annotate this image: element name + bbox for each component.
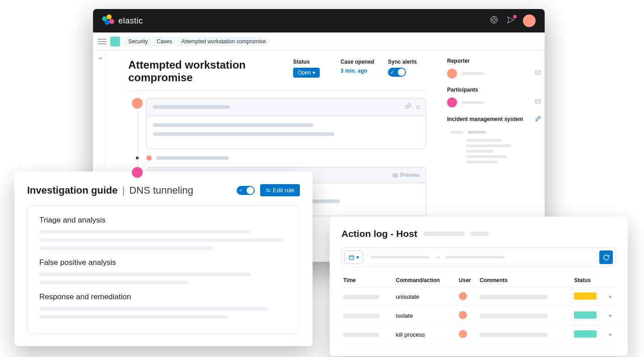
action-log-table: Time Command/action User Comments Status… xyxy=(341,274,616,344)
chevron-down-icon[interactable]: ▾ xyxy=(609,293,612,300)
status-badge xyxy=(574,330,597,338)
chevron-down-icon: ▾ xyxy=(356,254,359,260)
chevron-down-icon: ▾ xyxy=(313,70,315,76)
status-badge xyxy=(574,311,597,319)
chevron-down-icon[interactable]: ▾ xyxy=(609,331,612,338)
user-avatar[interactable] xyxy=(523,14,536,27)
svg-rect-8 xyxy=(536,100,541,103)
svg-point-9 xyxy=(266,189,267,190)
date-picker[interactable]: ▾ → xyxy=(341,247,616,267)
edit-icon[interactable] xyxy=(535,116,541,123)
status-badge xyxy=(574,292,597,300)
guide-toggle[interactable]: ✓ xyxy=(237,186,255,195)
crumb-cases[interactable]: Cases xyxy=(150,37,177,46)
timeline-avatar-1 xyxy=(132,98,143,109)
edit-rule-button[interactable]: Edit rule xyxy=(260,184,300,196)
guide-section-heading: Response and remediation xyxy=(39,292,288,301)
page-title: Attempted workstation compromise xyxy=(128,59,284,84)
guide-section-heading: False positive analysis xyxy=(39,258,288,267)
status-label: Status xyxy=(293,59,331,65)
logo[interactable]: elastic xyxy=(102,14,143,27)
elastic-logo-icon xyxy=(102,14,115,27)
reporter-row xyxy=(447,69,541,79)
svg-point-12 xyxy=(269,191,270,192)
opened-label: Case opened xyxy=(341,59,379,65)
news-icon[interactable] xyxy=(507,16,515,26)
guide-title: Investigation guide xyxy=(27,185,117,196)
col-command: Command/action xyxy=(394,274,457,287)
reporter-heading: Reporter xyxy=(447,58,541,64)
svg-point-1 xyxy=(493,19,496,22)
table-row: kill process▾ xyxy=(341,325,616,344)
help-icon[interactable] xyxy=(490,15,499,26)
sync-label: Sync alerts xyxy=(388,59,426,65)
participants-heading: Participants xyxy=(447,87,541,93)
arrow-right-icon: → xyxy=(434,253,441,261)
menu-icon[interactable] xyxy=(98,37,107,46)
opened-time: 3 min. ago xyxy=(341,68,379,74)
ims-heading: Incident management system xyxy=(447,116,523,122)
command-cell: unisolate xyxy=(394,287,457,306)
guide-section-heading: Triage and analysis xyxy=(39,216,288,225)
preview-button[interactable]: Preview xyxy=(392,172,420,178)
top-right-icons xyxy=(490,14,536,27)
svg-rect-15 xyxy=(350,255,354,260)
col-time: Time xyxy=(341,274,394,287)
sync-toggle[interactable]: ✓ xyxy=(388,68,406,77)
command-cell: kill process xyxy=(394,325,457,344)
brand-name: elastic xyxy=(118,16,143,26)
breadcrumb: Security Cases Attempted workstation com… xyxy=(124,37,271,46)
col-status: Status xyxy=(572,274,607,287)
link-icon[interactable] xyxy=(405,103,411,111)
crumb-security[interactable]: Security xyxy=(124,37,152,46)
user-avatar xyxy=(459,330,467,338)
command-cell: isolate xyxy=(394,306,457,325)
user-avatar xyxy=(459,311,467,319)
user-avatar xyxy=(459,292,467,300)
timeline-avatar-2 xyxy=(132,167,143,178)
table-row: unisolate▾ xyxy=(341,287,616,306)
refresh-button[interactable] xyxy=(599,250,613,264)
participant-avatar xyxy=(447,97,457,107)
participant-row xyxy=(447,97,541,107)
timeline-event xyxy=(146,155,426,161)
mail-icon[interactable] xyxy=(535,70,541,78)
investigation-guide-panel: Investigation guide | DNS tunneling ✓ Ed… xyxy=(14,172,313,346)
col-user: User xyxy=(457,274,478,287)
notification-dot xyxy=(513,15,517,19)
table-row: isolate▾ xyxy=(341,306,616,325)
svg-rect-7 xyxy=(536,71,541,74)
mail-icon[interactable] xyxy=(535,98,541,107)
crumb-current: Attempted workstation compromise xyxy=(175,37,270,46)
event-avatar xyxy=(146,155,152,161)
card-menu-icon[interactable]: ☰ xyxy=(416,105,420,110)
status-dropdown[interactable]: Open▾ xyxy=(293,68,320,78)
col-comments: Comments xyxy=(478,274,572,287)
top-bar: elastic xyxy=(93,9,545,32)
reporter-avatar xyxy=(447,69,457,79)
svg-point-6 xyxy=(395,174,396,176)
breadcrumb-bar: Security Cases Attempted workstation com… xyxy=(93,32,545,51)
guide-subject: DNS tunneling xyxy=(129,185,193,196)
space-badge[interactable] xyxy=(110,37,120,46)
guide-body: Triage and analysis False positive analy… xyxy=(27,205,300,334)
action-log-panel: Action log - Host ▾ → Time Command/actio… xyxy=(330,217,628,356)
calendar-icon[interactable]: ▾ xyxy=(345,250,363,264)
chevron-down-icon[interactable]: ▾ xyxy=(609,312,612,319)
activity-card: ☰ xyxy=(146,98,426,149)
action-log-title: Action log - Host xyxy=(341,228,417,239)
